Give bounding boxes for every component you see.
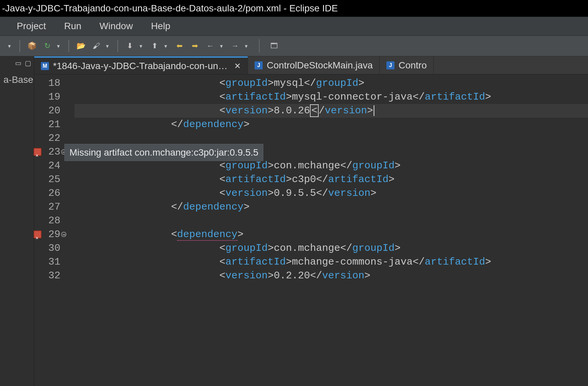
window-title: -Java-y-JDBC-Trabajando-con-una-Base-de-… bbox=[2, 3, 338, 14]
editor-tab-0[interactable]: M*1846-Java-y-JDBC-Trabajando-con-un…✕ bbox=[34, 56, 248, 74]
line-number: 19 bbox=[34, 90, 60, 104]
close-tab-icon[interactable]: ✕ bbox=[234, 61, 241, 71]
code-line[interactable] bbox=[74, 214, 588, 228]
code-line[interactable]: <version>8.0.26</version> bbox=[74, 104, 588, 118]
back-icon[interactable]: ← bbox=[205, 40, 216, 52]
code-line[interactable]: <version>0.9.5.5</version> bbox=[74, 186, 588, 200]
tree-node-peek[interactable]: a-Base bbox=[0, 70, 34, 85]
editor-tab-1[interactable]: JControlDeStockMain.java bbox=[248, 56, 380, 74]
code-line[interactable]: <artifactId>mysql-connector-java</artifa… bbox=[74, 90, 588, 104]
maximize-view-icon[interactable]: ▢ bbox=[25, 59, 31, 70]
editor-area: M*1846-Java-y-JDBC-Trabajando-con-un…✕JC… bbox=[34, 56, 588, 386]
file-type-icon: J bbox=[386, 61, 394, 69]
minimize-view-icon[interactable]: ▭ bbox=[15, 59, 21, 70]
new-package-icon[interactable]: 📦 bbox=[26, 40, 38, 52]
code-content[interactable]: <groupId>mysql</groupId> <artifactId>mys… bbox=[64, 74, 588, 386]
line-number: 32 bbox=[34, 269, 60, 283]
dropdown-icon[interactable]: ▾ bbox=[106, 43, 111, 49]
dropdown-icon[interactable]: ▾ bbox=[245, 43, 250, 49]
dropdown-icon[interactable]: ▾ bbox=[8, 43, 13, 49]
code-line[interactable]: <artifactId>mchange-commons-java</artifa… bbox=[74, 255, 588, 269]
error-marker-icon[interactable] bbox=[34, 148, 42, 156]
code-line[interactable]: <dependency> bbox=[74, 228, 588, 241]
open-icon[interactable]: 📂 bbox=[75, 40, 87, 52]
back-yel-icon[interactable]: ⬅ bbox=[174, 40, 185, 52]
line-number: 18 bbox=[34, 76, 60, 90]
step-down-icon[interactable]: ⬇ bbox=[124, 40, 136, 52]
code-editor[interactable]: 181920212223242526272829303132 <groupId>… bbox=[34, 74, 588, 386]
menu-project[interactable]: Project bbox=[17, 21, 46, 32]
fwd-yel-icon[interactable]: ➡ bbox=[189, 40, 201, 52]
line-number: 21 bbox=[34, 118, 60, 131]
code-line[interactable] bbox=[74, 131, 588, 145]
code-line[interactable]: <groupId>mysql</groupId> bbox=[74, 76, 588, 90]
tab-label: ControlDeStockMain.java bbox=[267, 60, 373, 71]
file-type-icon: J bbox=[255, 61, 263, 69]
menu-window[interactable]: Window bbox=[100, 21, 133, 32]
dropdown-icon[interactable]: ▾ bbox=[220, 43, 225, 49]
line-number: 28 bbox=[34, 214, 60, 228]
line-number: 20 bbox=[34, 104, 60, 118]
fwd-icon[interactable]: → bbox=[229, 40, 241, 52]
tab-label: *1846-Java-y-JDBC-Trabajando-con-un… bbox=[53, 61, 227, 71]
line-gutter: 181920212223242526272829303132 bbox=[34, 74, 64, 386]
code-line[interactable]: <groupId>con.mchange</groupId> bbox=[74, 159, 588, 173]
line-number: 26 bbox=[34, 186, 60, 200]
tab-label: Contro bbox=[398, 60, 427, 71]
window-titlebar: -Java-y-JDBC-Trabajando-con-una-Base-de-… bbox=[0, 0, 588, 17]
toolbar: ▾📦↻▾📂🖌▾⬇▾⬆▾⬅➡←▾→▾🗔 bbox=[0, 36, 588, 56]
editor-tabs: M*1846-Java-y-JDBC-Trabajando-con-un…✕JC… bbox=[34, 56, 588, 74]
code-line[interactable]: </dependency> bbox=[74, 118, 588, 131]
menubar: ProjectRunWindowHelp bbox=[0, 17, 588, 36]
editor-tab-2[interactable]: JContro bbox=[380, 56, 434, 74]
refresh-icon[interactable]: ↻ bbox=[42, 40, 53, 52]
line-number: 27 bbox=[34, 200, 60, 214]
file-type-icon: M bbox=[41, 62, 49, 70]
line-number: 24 bbox=[34, 159, 60, 173]
line-number: 22 bbox=[34, 131, 60, 145]
step-up-icon[interactable]: ⬆ bbox=[149, 40, 160, 52]
dropdown-icon[interactable]: ▾ bbox=[140, 43, 145, 49]
line-number: 23 bbox=[34, 145, 60, 159]
code-line[interactable]: <version>0.2.20</version> bbox=[74, 269, 588, 283]
line-number: 30 bbox=[34, 241, 60, 255]
menu-help[interactable]: Help bbox=[151, 21, 170, 32]
error-tooltip: Missing artifact con.mchange:c3p0:jar:0.… bbox=[64, 144, 263, 161]
code-line[interactable]: <groupId>con.mchange</groupId> bbox=[74, 241, 588, 255]
sidebar: ▭ ▢ a-Base bbox=[0, 56, 34, 386]
line-number: 29 bbox=[34, 228, 60, 241]
dropdown-icon[interactable]: ▾ bbox=[57, 43, 62, 49]
code-line[interactable]: </dependency> bbox=[74, 200, 588, 214]
window-new-icon[interactable]: 🗔 bbox=[268, 40, 280, 52]
code-line[interactable]: <artifactId>c3p0</artifactId> bbox=[74, 173, 588, 186]
error-marker-icon[interactable] bbox=[34, 230, 42, 238]
line-number: 25 bbox=[34, 173, 60, 186]
line-number: 31 bbox=[34, 255, 60, 269]
brush-icon[interactable]: 🖌 bbox=[91, 40, 102, 52]
menu-run[interactable]: Run bbox=[64, 21, 81, 32]
dropdown-icon[interactable]: ▾ bbox=[164, 43, 170, 49]
